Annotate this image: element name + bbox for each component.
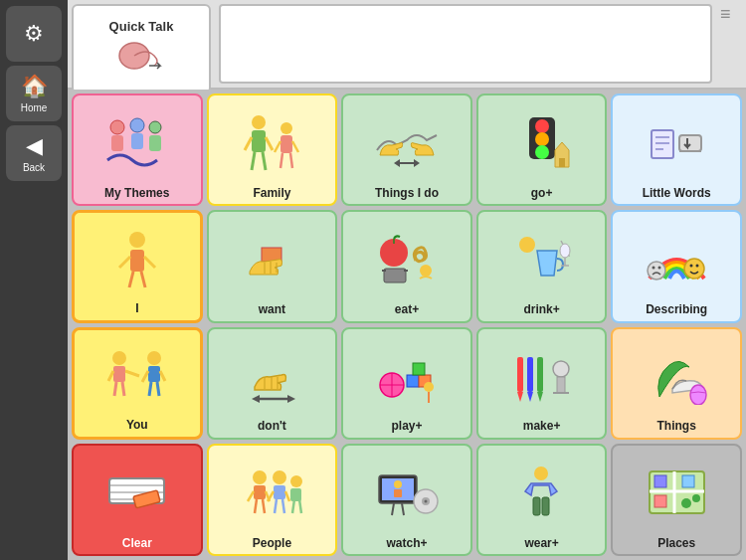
svg-point-132 — [681, 498, 691, 508]
places-label: Places — [657, 536, 695, 550]
svg-marker-74 — [287, 395, 295, 403]
home-icon: 🏠 — [21, 74, 48, 99]
clear-cell[interactable]: Clear — [72, 444, 203, 556]
svg-line-102 — [255, 499, 257, 513]
svg-line-100 — [248, 491, 254, 501]
svg-line-11 — [252, 152, 255, 170]
things-i-do-cell[interactable]: Things I do — [341, 93, 472, 206]
symbol-grid: My Themes — [68, 90, 746, 560]
svg-line-59 — [125, 371, 139, 376]
family-image — [213, 99, 332, 186]
go-plus-label: go+ — [531, 186, 553, 200]
svg-rect-34 — [130, 250, 144, 272]
svg-point-24 — [535, 145, 549, 159]
svg-line-16 — [292, 141, 298, 152]
places-image — [617, 450, 736, 536]
svg-rect-125 — [542, 497, 549, 515]
svg-point-116 — [394, 480, 402, 488]
main-area: Quick Talk ≡ — [68, 0, 746, 560]
watch-plus-image — [347, 450, 466, 536]
svg-rect-83 — [517, 357, 523, 392]
watch-plus-cell[interactable]: watch+ — [341, 444, 472, 556]
svg-point-7 — [252, 115, 266, 129]
want-cell[interactable]: want — [207, 210, 338, 322]
back-button[interactable]: ◀ Back — [6, 125, 62, 181]
quick-talk-icon — [116, 38, 166, 80]
svg-line-15 — [275, 141, 280, 152]
svg-rect-6 — [149, 135, 161, 151]
svg-marker-73 — [252, 395, 260, 403]
home-label: Home — [21, 102, 48, 113]
speech-display — [219, 4, 712, 84]
make-plus-cell[interactable]: make+ — [476, 327, 608, 440]
play-plus-label: play+ — [391, 419, 422, 433]
little-words-cell[interactable]: Little Words — [611, 93, 742, 206]
svg-line-68 — [157, 382, 159, 396]
topbar-settings-icon[interactable]: ≡ — [716, 0, 746, 88]
gear-icon: ⚙ — [24, 21, 44, 47]
svg-marker-86 — [527, 392, 533, 402]
eat-plus-label: eat+ — [395, 302, 419, 316]
watch-plus-label: watch+ — [386, 536, 427, 550]
describing-image — [617, 216, 736, 302]
svg-rect-4 — [131, 133, 143, 149]
home-button[interactable]: 🏠 Home — [6, 66, 62, 121]
svg-point-54 — [648, 262, 665, 280]
play-plus-cell[interactable]: play+ — [341, 327, 472, 440]
i-image — [79, 217, 196, 301]
svg-rect-117 — [394, 489, 402, 497]
my-themes-cell[interactable]: My Themes — [72, 93, 203, 206]
family-cell[interactable]: Family — [207, 93, 338, 206]
go-plus-cell[interactable]: go+ — [476, 93, 608, 206]
svg-line-9 — [245, 137, 252, 150]
drink-plus-image — [482, 216, 602, 302]
drink-plus-cell[interactable]: drink+ — [476, 210, 608, 322]
svg-line-35 — [119, 257, 130, 268]
eat-plus-image — [347, 216, 466, 302]
play-plus-image — [347, 333, 466, 420]
clear-image — [78, 450, 197, 536]
svg-line-122 — [402, 503, 404, 515]
places-cell[interactable]: Places — [611, 444, 742, 556]
svg-line-37 — [129, 272, 133, 287]
svg-rect-31 — [679, 135, 701, 151]
svg-point-50 — [560, 244, 570, 258]
svg-line-113 — [299, 499, 301, 513]
want-label: want — [259, 302, 285, 316]
svg-line-10 — [266, 137, 273, 150]
svg-line-17 — [280, 153, 282, 168]
svg-point-3 — [130, 118, 144, 132]
svg-line-65 — [142, 371, 148, 382]
svg-line-12 — [263, 152, 266, 170]
svg-line-18 — [290, 153, 292, 168]
things-cell[interactable]: Things — [611, 327, 742, 440]
you-label: You — [126, 418, 148, 432]
svg-rect-130 — [654, 495, 666, 507]
settings-button[interactable]: ⚙ — [6, 6, 62, 62]
svg-point-22 — [535, 119, 549, 133]
svg-line-60 — [108, 371, 113, 381]
describing-cell[interactable]: Describing — [611, 210, 742, 322]
eat-plus-cell[interactable]: eat+ — [341, 210, 472, 322]
people-cell[interactable]: People — [207, 444, 338, 556]
dont-cell[interactable]: don't — [207, 327, 338, 440]
svg-point-110 — [290, 475, 302, 487]
svg-point-92 — [690, 385, 706, 405]
things-i-do-label: Things I do — [375, 186, 439, 200]
little-words-image — [617, 99, 736, 186]
people-label: People — [253, 536, 291, 550]
you-cell[interactable]: You — [72, 327, 203, 440]
quick-talk-button[interactable]: Quick Talk — [72, 4, 211, 93]
dont-label: don't — [258, 419, 286, 433]
svg-point-123 — [534, 467, 548, 480]
svg-point-5 — [149, 121, 161, 133]
things-label: Things — [657, 419, 696, 433]
svg-rect-58 — [113, 366, 125, 382]
svg-line-112 — [292, 499, 294, 513]
wear-plus-cell[interactable]: wear+ — [476, 444, 608, 556]
i-cell[interactable]: I — [72, 210, 203, 322]
back-label: Back — [23, 162, 45, 173]
make-plus-label: make+ — [523, 419, 561, 433]
want-image — [213, 216, 332, 302]
hamburger-icon: ≡ — [720, 4, 731, 25]
